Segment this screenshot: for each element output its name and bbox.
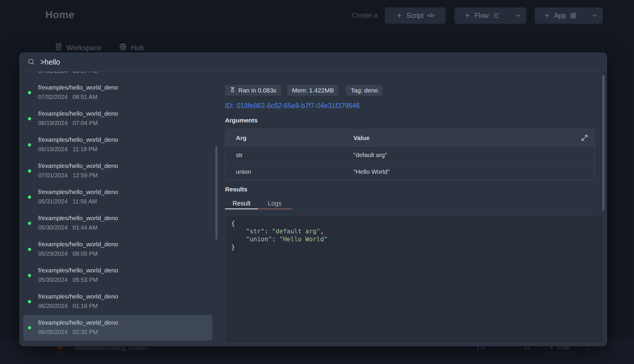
result-json-viewer: { "str": "default arg", "union": "Hello …: [225, 215, 603, 343]
json-brace: }: [231, 244, 235, 251]
run-list-item[interactable]: f/examples/hello_world_deno 05/30/202405…: [20, 262, 217, 289]
run-path: f/examples/hello_world_deno: [38, 215, 118, 222]
run-time: 11:19 PM: [73, 146, 97, 153]
status-dot-icon: [28, 143, 31, 146]
run-time: 12:59 PM: [73, 172, 98, 179]
run-date: 06/19/2024: [38, 146, 68, 153]
duration-badge: Ran in 0.083s: [225, 85, 281, 96]
arg-value: "default arg": [353, 151, 594, 159]
status-dot-icon: [28, 196, 31, 199]
arg-value: "Hello World": [353, 168, 594, 175]
global-search-modal: f/examples/hello_world_deno 07/02/202403…: [19, 53, 607, 346]
run-list-item[interactable]: f/examples/hello_world_deno 06/19/202411…: [20, 132, 217, 158]
run-list-item[interactable]: f/examples/hello_world_deno 05/31/202411…: [20, 184, 217, 210]
run-date: 07/02/2024: [38, 72, 68, 74]
json-brace: {: [231, 220, 235, 227]
search-input[interactable]: [40, 58, 599, 66]
run-date: 05/31/2024: [38, 198, 68, 205]
status-dot-icon: [28, 117, 31, 120]
hourglass-icon: [230, 87, 235, 94]
run-list-item-selected[interactable]: f/examples/hello_world_deno 06/05/202402…: [20, 315, 217, 341]
run-list-item[interactable]: f/examples/hello_world_deno 05/29/202408…: [20, 236, 217, 262]
json-key: "str": [246, 228, 264, 235]
col-arg-header: Arg: [225, 134, 353, 141]
run-date: 05/30/2024: [38, 277, 68, 283]
expand-icon[interactable]: [581, 134, 594, 141]
run-path: f/examples/hello_world_deno: [38, 267, 118, 274]
run-path: f/examples/hello_world_deno: [38, 136, 118, 143]
run-time: 05:53 PM: [73, 277, 98, 283]
run-time: 08:51 AM: [73, 94, 98, 100]
json-value: "default arg": [272, 228, 320, 235]
run-time: 01:44 AM: [73, 224, 98, 231]
run-list-item[interactable]: f/examples/hello_world_deno 07/02/202403…: [20, 72, 217, 80]
run-id-label: ID:: [225, 102, 234, 110]
status-dot-icon: [28, 326, 31, 329]
status-dot-icon: [28, 222, 31, 225]
tag-badge: Tag: deno: [346, 85, 383, 96]
table-row: str "default arg": [225, 146, 594, 163]
run-id-link[interactable]: ID: 018fe862-8c62-65e8-b7f7-04e31f379646: [225, 102, 360, 110]
run-date: 06/20/2024: [38, 303, 68, 309]
run-time: 07:04 PM: [73, 120, 98, 127]
col-value-header: Value: [353, 134, 574, 141]
run-date: 05/30/2024: [38, 224, 68, 231]
tab-result[interactable]: Result: [225, 198, 258, 209]
run-list-item[interactable]: f/examples/hello_world_deno 07/02/202408…: [20, 80, 217, 106]
arguments-table: Arg Value str "default arg" union "Hello…: [225, 129, 595, 180]
run-list-item[interactable]: f/examples/hello_world_deno 06/19/202407…: [20, 106, 217, 132]
status-dot-icon: [28, 248, 31, 251]
run-time: 08:05 PM: [73, 250, 98, 257]
status-dot-icon: [28, 274, 31, 277]
run-list-item[interactable]: f/examples/hello_world_deno 07/01/202412…: [20, 158, 217, 184]
table-row: union "Hello World": [225, 163, 594, 180]
memory-text: Mem: 1.422MB: [292, 87, 334, 94]
run-date: 06/05/2024: [38, 329, 68, 336]
run-list-item[interactable]: f/examples/hello_world_deno 05/30/202401…: [20, 210, 217, 236]
search-icon: [27, 58, 35, 67]
run-path: f/examples/hello_world_deno: [38, 162, 118, 169]
arguments-title: Arguments: [225, 117, 258, 124]
run-date: 05/29/2024: [38, 250, 68, 257]
run-date: 06/19/2024: [38, 120, 68, 127]
run-time: 03:37 PM: [73, 72, 98, 74]
run-path: f/examples/hello_world_deno: [38, 319, 118, 326]
run-path: f/examples/hello_world_deno: [38, 84, 118, 91]
run-path: f/examples/hello_world_deno: [38, 241, 118, 248]
detail-scrollbar[interactable]: [602, 75, 605, 210]
tab-logs[interactable]: Logs: [258, 198, 291, 209]
tag-text: Tag: deno: [351, 87, 378, 94]
run-date: 07/01/2024: [38, 172, 68, 179]
run-id-value: 018fe862-8c62-65e8-b7f7-04e31f379646: [237, 102, 360, 110]
search-bar: [20, 53, 607, 72]
status-dot-icon: [28, 300, 31, 303]
run-path: f/examples/hello_world_deno: [38, 188, 118, 196]
json-value: "Hello World": [279, 236, 328, 243]
memory-badge: Mem: 1.422MB: [287, 85, 338, 96]
run-list-scrollbar[interactable]: [215, 146, 217, 240]
run-time: 02:32 PM: [73, 329, 98, 336]
status-dot-icon: [28, 169, 31, 173]
run-date: 07/02/2024: [38, 94, 68, 100]
arguments-table-header: Arg Value: [225, 129, 594, 146]
run-list: f/examples/hello_world_deno 07/02/202403…: [20, 72, 217, 346]
arg-name: str: [225, 151, 353, 159]
results-title: Results: [225, 186, 247, 193]
arg-name: union: [225, 168, 353, 175]
run-time: 01:16 PM: [73, 303, 98, 309]
run-path: f/examples/hello_world_deno: [38, 110, 118, 117]
screen: Home Create a Script </> Flow App: [0, 0, 634, 364]
run-path: f/examples/hello_world_deno: [38, 293, 118, 300]
duration-text: Ran in 0.083s: [238, 87, 276, 94]
run-list-item[interactable]: f/examples/hello_world_deno 06/20/202401…: [20, 289, 217, 315]
tabs-separator: [225, 210, 595, 210]
json-key: "union": [246, 236, 272, 243]
status-dot-icon: [28, 91, 31, 94]
run-time: 11:56 AM: [73, 198, 97, 205]
